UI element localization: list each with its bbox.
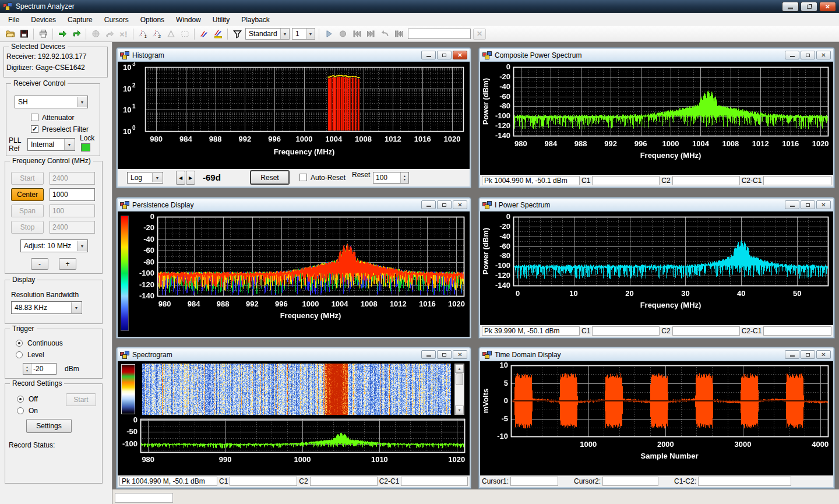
chevron-down-icon[interactable]: ▼ [71, 302, 81, 313]
spectrogram-titlebar[interactable]: Spectrogram ✕ [118, 348, 470, 361]
trigger-continuous-radio[interactable] [16, 340, 23, 347]
record-settings-button[interactable]: Settings [26, 419, 72, 433]
timedomain-plot-canvas[interactable] [481, 362, 833, 475]
minimize-button[interactable] [785, 350, 799, 359]
minimize-button[interactable] [782, 2, 799, 12]
histogram-titlebar[interactable]: Histogram ✕ [118, 49, 470, 62]
trigger-level-label: Level [27, 351, 44, 359]
preset-combo[interactable]: Standard▼ [245, 28, 290, 40]
ipower-titlebar[interactable]: I Power Spectrum ✕ [480, 199, 833, 212]
menu-options[interactable]: Options [135, 13, 170, 26]
restore-button[interactable] [437, 200, 452, 209]
scroll-down-icon[interactable]: ▼ [455, 406, 464, 414]
center-button[interactable]: Center [11, 188, 44, 201]
menu-playback[interactable]: Playback [235, 13, 276, 26]
offset-left-button[interactable]: ◀ [176, 171, 185, 185]
menu-cursors[interactable]: Cursors [98, 13, 135, 26]
zoom-trace-button[interactable] [197, 27, 211, 40]
chevron-down-icon[interactable]: ▼ [306, 29, 315, 39]
record-on-radio[interactable] [17, 407, 24, 414]
chevron-down-icon[interactable]: ▼ [77, 97, 87, 107]
record-status-label: Record Status: [9, 441, 55, 449]
rbw-combo[interactable]: 48.83 KHz▼ [11, 301, 82, 314]
restore-button[interactable] [801, 51, 815, 59]
preset-value: Standard [249, 30, 277, 38]
app-title: Spectrum Analyzer [16, 2, 75, 10]
increment-button[interactable]: + [59, 258, 76, 270]
zoom-trace-baseline-button[interactable] [211, 27, 225, 40]
chevron-down-icon[interactable]: ▼ [152, 173, 162, 182]
trigger-level-radio[interactable] [16, 351, 23, 358]
restore-button[interactable] [437, 51, 452, 59]
print-button[interactable] [36, 27, 50, 40]
minimize-button[interactable] [785, 51, 799, 59]
cursor-1-button[interactable]: 1 [136, 27, 150, 40]
composite-titlebar[interactable]: Composite Power Spectrum ✕ [480, 49, 833, 62]
trigger-level-spinner[interactable]: ▲▼ -20 [23, 363, 57, 375]
clear-filter-button[interactable] [230, 27, 244, 40]
auto-reset-checkbox[interactable] [299, 174, 307, 181]
count-combo[interactable]: 1▼ [292, 28, 315, 40]
save-button[interactable] [17, 27, 31, 40]
timedomain-titlebar[interactable]: Time Domain Display ✕ [480, 348, 833, 361]
chevron-down-icon[interactable]: ▼ [280, 29, 289, 39]
window-title: Persistence Display [132, 201, 193, 209]
receiver-mode-combo[interactable]: SH▼ [15, 96, 88, 108]
minimize-button[interactable] [421, 350, 436, 359]
pll-ref-combo[interactable]: Internal▼ [27, 138, 75, 151]
restore-button[interactable] [437, 350, 452, 359]
menu-devices[interactable]: Devices [25, 13, 62, 26]
center-field[interactable]: 1000 [50, 188, 95, 201]
restore-button[interactable] [801, 2, 817, 12]
app-titlebar[interactable]: Spectrum Analyzer ✕ [0, 0, 839, 13]
close-button[interactable]: ✕ [819, 2, 836, 12]
spinner-arrows[interactable]: ▲▼ [400, 172, 408, 183]
minimized-window-stub[interactable] [115, 493, 173, 503]
fit-button-disabled [164, 27, 178, 40]
preselect-filter-checkbox[interactable]: ✓ [31, 125, 38, 133]
menu-file[interactable]: File [2, 13, 25, 26]
minimize-button[interactable] [421, 51, 436, 59]
decrement-button[interactable]: - [31, 258, 48, 270]
persistence-plot-canvas[interactable] [132, 212, 468, 336]
scrollbar-thumb[interactable] [456, 373, 463, 385]
loop-capture-button[interactable] [69, 27, 83, 40]
restore-button[interactable] [801, 350, 815, 359]
persistence-titlebar[interactable]: Persistence Display ✕ [118, 199, 470, 212]
minimize-button[interactable] [421, 200, 436, 209]
spectrogram-spectrum-canvas[interactable] [118, 417, 469, 474]
composite-spectrum-plot-canvas[interactable] [481, 62, 833, 174]
reset-count-spinner[interactable]: 100 ▲▼ [373, 172, 409, 184]
menu-window[interactable]: Window [170, 13, 207, 26]
close-button[interactable]: ✕ [816, 51, 831, 59]
close-button[interactable]: ✕ [816, 350, 831, 359]
histogram-scale-combo[interactable]: Log▼ [127, 172, 163, 184]
close-button[interactable]: ✕ [453, 350, 467, 359]
spectrogram-scrollbar[interactable]: ▲ ▼ [454, 364, 464, 415]
spinner-arrows[interactable]: ▲▼ [23, 364, 31, 374]
run-button[interactable] [55, 27, 69, 40]
restore-button[interactable] [801, 200, 815, 209]
close-button[interactable]: ✕ [816, 200, 831, 209]
close-button[interactable]: ✕ [453, 51, 467, 59]
open-button[interactable] [3, 27, 17, 40]
scroll-up-icon[interactable]: ▲ [455, 364, 464, 373]
histogram-plot-canvas[interactable] [118, 62, 469, 168]
attenuator-checkbox[interactable] [31, 114, 38, 121]
stop-field: 2400 [50, 221, 95, 234]
spectrogram-heatmap-canvas[interactable] [142, 364, 451, 415]
playback-file-field[interactable] [408, 29, 471, 39]
chevron-down-icon[interactable]: ▼ [77, 241, 87, 251]
ipower-plot-canvas[interactable] [481, 212, 833, 325]
chevron-down-icon[interactable]: ▼ [64, 139, 74, 150]
reset-button[interactable]: Reset [251, 171, 289, 184]
menu-capture[interactable]: Capture [62, 13, 98, 26]
play-button[interactable] [322, 27, 336, 40]
adjust-step-combo[interactable]: Adjust: 10 MHz▼ [20, 239, 88, 252]
menu-utility[interactable]: Utility [207, 13, 235, 26]
close-button[interactable]: ✕ [453, 200, 467, 209]
offset-right-button[interactable]: ▶ [186, 171, 195, 185]
cursor-2-button[interactable]: 2 [150, 27, 164, 40]
record-off-radio[interactable] [17, 396, 24, 403]
minimize-button[interactable] [785, 200, 799, 209]
